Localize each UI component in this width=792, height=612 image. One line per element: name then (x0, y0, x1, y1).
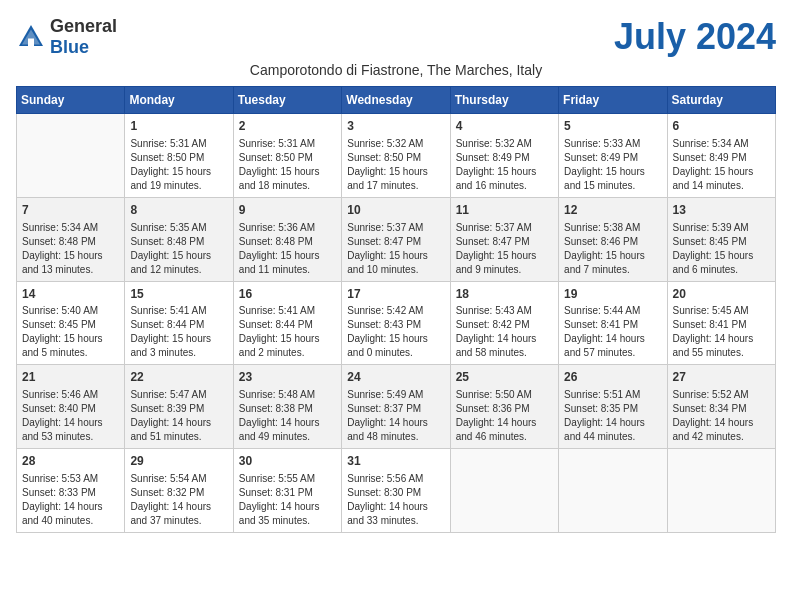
day-info: Sunrise: 5:50 AM Sunset: 8:36 PM Dayligh… (456, 388, 553, 444)
table-row: 9Sunrise: 5:36 AM Sunset: 8:48 PM Daylig… (233, 197, 341, 281)
table-row: 15Sunrise: 5:41 AM Sunset: 8:44 PM Dayli… (125, 281, 233, 365)
table-row: 20Sunrise: 5:45 AM Sunset: 8:41 PM Dayli… (667, 281, 775, 365)
day-number: 30 (239, 453, 336, 470)
day-number: 8 (130, 202, 227, 219)
table-row: 29Sunrise: 5:54 AM Sunset: 8:32 PM Dayli… (125, 449, 233, 533)
day-info: Sunrise: 5:32 AM Sunset: 8:49 PM Dayligh… (456, 137, 553, 193)
day-info: Sunrise: 5:37 AM Sunset: 8:47 PM Dayligh… (456, 221, 553, 277)
table-row: 4Sunrise: 5:32 AM Sunset: 8:49 PM Daylig… (450, 114, 558, 198)
day-number: 4 (456, 118, 553, 135)
table-row: 3Sunrise: 5:32 AM Sunset: 8:50 PM Daylig… (342, 114, 450, 198)
day-info: Sunrise: 5:31 AM Sunset: 8:50 PM Dayligh… (239, 137, 336, 193)
calendar-header-row: Sunday Monday Tuesday Wednesday Thursday… (17, 87, 776, 114)
calendar-week-row: 28Sunrise: 5:53 AM Sunset: 8:33 PM Dayli… (17, 449, 776, 533)
table-row (559, 449, 667, 533)
day-number: 31 (347, 453, 444, 470)
day-info: Sunrise: 5:44 AM Sunset: 8:41 PM Dayligh… (564, 304, 661, 360)
day-number: 12 (564, 202, 661, 219)
day-info: Sunrise: 5:47 AM Sunset: 8:39 PM Dayligh… (130, 388, 227, 444)
svg-rect-2 (28, 39, 34, 47)
table-row: 10Sunrise: 5:37 AM Sunset: 8:47 PM Dayli… (342, 197, 450, 281)
table-row: 14Sunrise: 5:40 AM Sunset: 8:45 PM Dayli… (17, 281, 125, 365)
day-info: Sunrise: 5:55 AM Sunset: 8:31 PM Dayligh… (239, 472, 336, 528)
header-sunday: Sunday (17, 87, 125, 114)
day-number: 16 (239, 286, 336, 303)
header-wednesday: Wednesday (342, 87, 450, 114)
day-number: 3 (347, 118, 444, 135)
table-row: 13Sunrise: 5:39 AM Sunset: 8:45 PM Dayli… (667, 197, 775, 281)
day-info: Sunrise: 5:37 AM Sunset: 8:47 PM Dayligh… (347, 221, 444, 277)
day-number: 21 (22, 369, 119, 386)
header-thursday: Thursday (450, 87, 558, 114)
day-number: 29 (130, 453, 227, 470)
table-row: 16Sunrise: 5:41 AM Sunset: 8:44 PM Dayli… (233, 281, 341, 365)
day-info: Sunrise: 5:34 AM Sunset: 8:48 PM Dayligh… (22, 221, 119, 277)
table-row: 26Sunrise: 5:51 AM Sunset: 8:35 PM Dayli… (559, 365, 667, 449)
table-row: 5Sunrise: 5:33 AM Sunset: 8:49 PM Daylig… (559, 114, 667, 198)
table-row: 7Sunrise: 5:34 AM Sunset: 8:48 PM Daylig… (17, 197, 125, 281)
logo-blue: Blue (50, 37, 89, 57)
table-row: 30Sunrise: 5:55 AM Sunset: 8:31 PM Dayli… (233, 449, 341, 533)
day-info: Sunrise: 5:31 AM Sunset: 8:50 PM Dayligh… (130, 137, 227, 193)
table-row: 6Sunrise: 5:34 AM Sunset: 8:49 PM Daylig… (667, 114, 775, 198)
day-info: Sunrise: 5:49 AM Sunset: 8:37 PM Dayligh… (347, 388, 444, 444)
day-info: Sunrise: 5:45 AM Sunset: 8:41 PM Dayligh… (673, 304, 770, 360)
month-title: July 2024 (614, 16, 776, 58)
day-number: 11 (456, 202, 553, 219)
day-number: 5 (564, 118, 661, 135)
logo: General Blue (16, 16, 117, 58)
header-tuesday: Tuesday (233, 87, 341, 114)
day-number: 2 (239, 118, 336, 135)
table-row: 25Sunrise: 5:50 AM Sunset: 8:36 PM Dayli… (450, 365, 558, 449)
table-row: 12Sunrise: 5:38 AM Sunset: 8:46 PM Dayli… (559, 197, 667, 281)
day-info: Sunrise: 5:51 AM Sunset: 8:35 PM Dayligh… (564, 388, 661, 444)
day-info: Sunrise: 5:48 AM Sunset: 8:38 PM Dayligh… (239, 388, 336, 444)
day-info: Sunrise: 5:32 AM Sunset: 8:50 PM Dayligh… (347, 137, 444, 193)
day-number: 26 (564, 369, 661, 386)
table-row: 2Sunrise: 5:31 AM Sunset: 8:50 PM Daylig… (233, 114, 341, 198)
day-number: 1 (130, 118, 227, 135)
header-saturday: Saturday (667, 87, 775, 114)
day-info: Sunrise: 5:38 AM Sunset: 8:46 PM Dayligh… (564, 221, 661, 277)
day-number: 23 (239, 369, 336, 386)
header-monday: Monday (125, 87, 233, 114)
table-row: 22Sunrise: 5:47 AM Sunset: 8:39 PM Dayli… (125, 365, 233, 449)
day-info: Sunrise: 5:33 AM Sunset: 8:49 PM Dayligh… (564, 137, 661, 193)
day-info: Sunrise: 5:42 AM Sunset: 8:43 PM Dayligh… (347, 304, 444, 360)
calendar-week-row: 21Sunrise: 5:46 AM Sunset: 8:40 PM Dayli… (17, 365, 776, 449)
table-row: 11Sunrise: 5:37 AM Sunset: 8:47 PM Dayli… (450, 197, 558, 281)
table-row: 19Sunrise: 5:44 AM Sunset: 8:41 PM Dayli… (559, 281, 667, 365)
day-info: Sunrise: 5:40 AM Sunset: 8:45 PM Dayligh… (22, 304, 119, 360)
day-number: 22 (130, 369, 227, 386)
day-info: Sunrise: 5:41 AM Sunset: 8:44 PM Dayligh… (239, 304, 336, 360)
day-number: 14 (22, 286, 119, 303)
day-number: 17 (347, 286, 444, 303)
table-row: 8Sunrise: 5:35 AM Sunset: 8:48 PM Daylig… (125, 197, 233, 281)
table-row: 21Sunrise: 5:46 AM Sunset: 8:40 PM Dayli… (17, 365, 125, 449)
calendar-week-row: 14Sunrise: 5:40 AM Sunset: 8:45 PM Dayli… (17, 281, 776, 365)
day-info: Sunrise: 5:52 AM Sunset: 8:34 PM Dayligh… (673, 388, 770, 444)
day-number: 10 (347, 202, 444, 219)
calendar-week-row: 1Sunrise: 5:31 AM Sunset: 8:50 PM Daylig… (17, 114, 776, 198)
day-info: Sunrise: 5:34 AM Sunset: 8:49 PM Dayligh… (673, 137, 770, 193)
calendar-table: Sunday Monday Tuesday Wednesday Thursday… (16, 86, 776, 533)
day-info: Sunrise: 5:35 AM Sunset: 8:48 PM Dayligh… (130, 221, 227, 277)
table-row: 17Sunrise: 5:42 AM Sunset: 8:43 PM Dayli… (342, 281, 450, 365)
table-row: 28Sunrise: 5:53 AM Sunset: 8:33 PM Dayli… (17, 449, 125, 533)
day-number: 13 (673, 202, 770, 219)
table-row (17, 114, 125, 198)
header-friday: Friday (559, 87, 667, 114)
table-row: 31Sunrise: 5:56 AM Sunset: 8:30 PM Dayli… (342, 449, 450, 533)
day-number: 20 (673, 286, 770, 303)
day-info: Sunrise: 5:41 AM Sunset: 8:44 PM Dayligh… (130, 304, 227, 360)
day-info: Sunrise: 5:53 AM Sunset: 8:33 PM Dayligh… (22, 472, 119, 528)
day-info: Sunrise: 5:56 AM Sunset: 8:30 PM Dayligh… (347, 472, 444, 528)
table-row: 23Sunrise: 5:48 AM Sunset: 8:38 PM Dayli… (233, 365, 341, 449)
day-info: Sunrise: 5:39 AM Sunset: 8:45 PM Dayligh… (673, 221, 770, 277)
day-info: Sunrise: 5:43 AM Sunset: 8:42 PM Dayligh… (456, 304, 553, 360)
table-row (667, 449, 775, 533)
table-row: 1Sunrise: 5:31 AM Sunset: 8:50 PM Daylig… (125, 114, 233, 198)
day-number: 9 (239, 202, 336, 219)
logo-general: General (50, 16, 117, 36)
day-info: Sunrise: 5:36 AM Sunset: 8:48 PM Dayligh… (239, 221, 336, 277)
